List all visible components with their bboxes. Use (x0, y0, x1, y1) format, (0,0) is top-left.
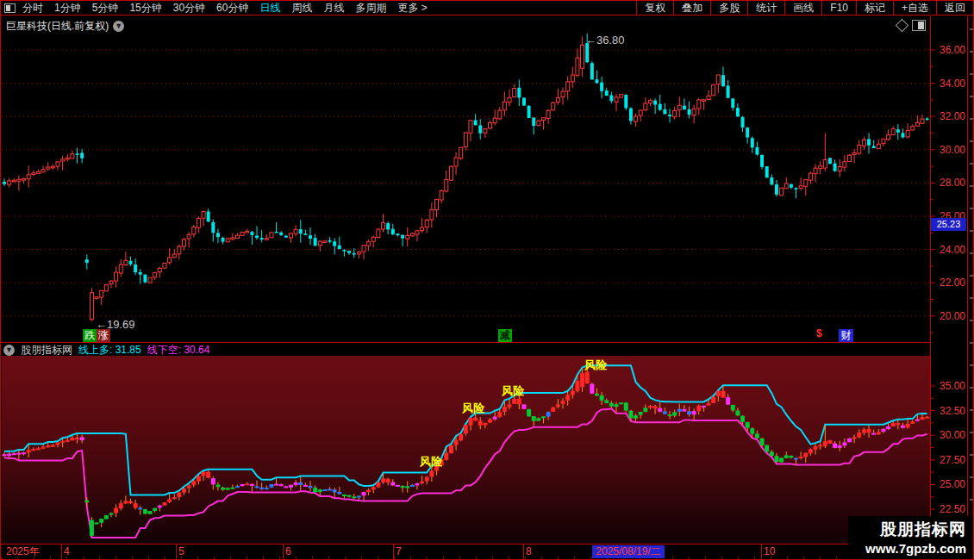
indicator-header: ▼ 股朋指标网 线上多: 31.85 线下空: 30.64 (3, 344, 209, 356)
menu-item-周线[interactable]: 周线 (291, 1, 312, 16)
menu-item-统计[interactable]: 统计 (747, 1, 784, 15)
menu-item-1分钟[interactable]: 1分钟 (54, 1, 81, 16)
period-menu: 分时1分钟5分钟15分钟30分钟60分钟日线周线月线多周期更多 ˃ (22, 1, 428, 16)
main-axis-label: 24.00 (931, 244, 965, 256)
menu-item-复权[interactable]: 复权 (636, 1, 673, 15)
menu-item-更多 ˃[interactable]: 更多 ˃ (397, 1, 427, 16)
risk-label: 风险 (461, 401, 485, 414)
rise-badge: 涨 (97, 329, 110, 342)
main-axis-label: 34.00 (931, 78, 965, 90)
date-minor-ticks (1, 557, 930, 559)
menu-item-60分钟[interactable]: 60分钟 (216, 1, 248, 16)
menu-item-多股[interactable]: 多股 (710, 1, 747, 15)
indicator-pane[interactable]: 风险风险风险风险 (2, 356, 930, 544)
finance-badge[interactable]: 财 (839, 329, 853, 342)
main-candlestick-chart[interactable] (2, 16, 930, 342)
right-edge-strip[interactable] (967, 16, 974, 559)
tool-menu: 复权叠加多股统计画线F10标记+自选返回 (636, 1, 973, 15)
menu-item-画线[interactable]: 画线 (784, 1, 821, 15)
dividend-marker: $ (816, 327, 822, 340)
chart-corner-icons (897, 20, 926, 31)
risk-label: 风险 (584, 358, 608, 371)
main-axis-label: 20.00 (931, 310, 965, 322)
indicator-short-readout: 线下空: 30.64 (147, 343, 210, 358)
watermark: 股朋指标网 www.7gpzb.com (848, 516, 973, 559)
trading-app-window: 分时1分钟5分钟15分钟30分钟60分钟日线周线月线多周期更多 ˃ 复权叠加多股… (0, 0, 974, 560)
sub-axis-label: 30.00 (931, 429, 965, 441)
sub-axis-label: 32.50 (931, 405, 965, 417)
sub-axis-label: 27.50 (931, 454, 965, 466)
menu-item-标记[interactable]: 标记 (856, 1, 893, 15)
crosshair-price-marker: 25.23 (931, 218, 966, 231)
menu-item-叠加[interactable]: 叠加 (673, 1, 710, 15)
top-menu-bar: 分时1分钟5分钟15分钟30分钟60分钟日线周线月线多周期更多 ˃ 复权叠加多股… (1, 1, 973, 16)
watermark-url: www.7gpzb.com (848, 540, 966, 557)
menu-item-30分钟[interactable]: 30分钟 (173, 1, 205, 16)
indicator-chart[interactable]: 风险风险风险风险 (2, 356, 930, 544)
reduce-event-badge: 减 (498, 329, 512, 342)
indicator-long-readout: 线上多: 31.85 (78, 343, 141, 358)
main-axis-label: 22.00 (931, 277, 965, 289)
collapse-indicator-icon[interactable]: ▼ (3, 345, 15, 356)
main-axis-label: 30.00 (931, 144, 965, 156)
menu-item-返回[interactable]: 返回 (936, 1, 973, 15)
watermark-site-name: 股朋指标网 (848, 520, 966, 540)
risk-label: 风险 (501, 384, 525, 397)
main-axis-label: 32.00 (931, 110, 965, 122)
sub-axis-label: 22.50 (931, 503, 965, 515)
menu-item-+自选[interactable]: +自选 (893, 1, 936, 15)
crosshair-date-marker: 2025/08/19/二 (592, 545, 665, 558)
main-axis-label: 36.00 (931, 44, 965, 56)
risk-label: 风险 (419, 455, 443, 468)
menu-item-分时[interactable]: 分时 (22, 1, 43, 16)
menu-item-15分钟[interactable]: 15分钟 (129, 1, 161, 16)
fall-badge: 跌 (83, 329, 97, 342)
menu-item-多周期[interactable]: 多周期 (355, 1, 386, 16)
main-axis-label: 28.00 (931, 177, 965, 189)
chart-title-row: 巨星科技(日线.前复权) ▼ (6, 19, 124, 33)
menu-item-日线[interactable]: 日线 (259, 1, 280, 16)
diamond-marker-icon[interactable] (896, 19, 909, 33)
menu-item-5分钟[interactable]: 5分钟 (92, 1, 119, 16)
chart-title: 巨星科技(日线.前复权) (6, 19, 109, 34)
window-panel-icon[interactable] (4, 3, 16, 13)
sub-axis-label: 35.00 (931, 380, 965, 392)
indicator-source: 股朋指标网 (21, 343, 72, 358)
high-price-annotation: ←36.80 (585, 34, 625, 47)
menu-item-月线[interactable]: 月线 (323, 1, 344, 16)
chevron-down-icon[interactable]: ▼ (113, 21, 124, 32)
menu-item-F10[interactable]: F10 (821, 1, 856, 15)
split-panel-icon[interactable] (912, 20, 926, 31)
price-axis[interactable]: 25.23 36.0034.0032.0030.0028.0026.0024.0… (931, 16, 967, 559)
sub-axis-label: 25.00 (931, 478, 965, 490)
